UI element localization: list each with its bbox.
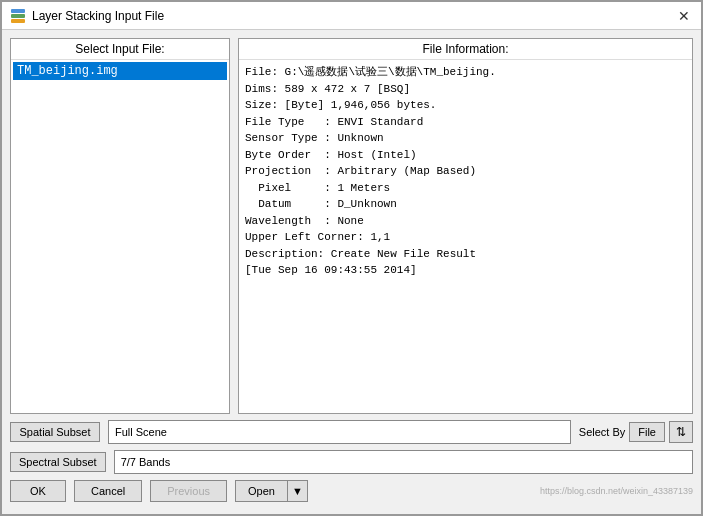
close-button[interactable]: ✕ [675,7,693,25]
file-info-text: File: G:\遥感数据\试验三\数据\TM_beijing. Dims: 5… [241,62,690,281]
open-button-container: Open ▼ [235,480,308,502]
file-item[interactable]: TM_beijing.img [13,62,227,80]
open-button[interactable]: Open [235,480,287,502]
spectral-subset-button[interactable]: Spectral Subset [10,452,106,472]
select-by-file-button[interactable]: File [629,422,665,442]
select-by-container: Select By File ⇅ [579,421,693,443]
spatial-subset-input[interactable] [108,420,571,444]
main-window: Layer Stacking Input File ✕ Select Input… [0,0,703,516]
cancel-button[interactable]: Cancel [74,480,142,502]
right-panel-label: File Information: [239,39,692,60]
spectral-subset-input[interactable] [114,450,693,474]
bottom-row: OK Cancel Previous Open ▼ https://blog.c… [10,480,693,506]
file-info-container: File: G:\遥感数据\试验三\数据\TM_beijing. Dims: 5… [239,60,692,413]
right-panel: File Information: File: G:\遥感数据\试验三\数据\T… [238,38,693,414]
select-by-label: Select By [579,426,625,438]
title-bar: Layer Stacking Input File ✕ [2,2,701,30]
spatial-subset-button[interactable]: Spatial Subset [10,422,100,442]
title-bar-left: Layer Stacking Input File [10,8,164,24]
window-icon [10,8,26,24]
svg-rect-2 [11,19,25,23]
file-list: TM_beijing.img [13,62,227,411]
spatial-subset-row: Spatial Subset Select By File ⇅ [10,420,693,444]
open-dropdown-button[interactable]: ▼ [287,480,308,502]
spectral-subset-row: Spectral Subset [10,450,693,474]
main-content: Select Input File: TM_beijing.img File I… [2,30,701,514]
ok-button[interactable]: OK [10,480,66,502]
watermark: https://blog.csdn.net/weixin_43387139 [540,486,693,496]
svg-rect-1 [11,14,25,18]
left-panel: Select Input File: TM_beijing.img [10,38,230,414]
controls-section: Spatial Subset Select By File ⇅ Spectral… [10,420,693,474]
window-title: Layer Stacking Input File [32,9,164,23]
panels-row: Select Input File: TM_beijing.img File I… [10,38,693,414]
file-list-container[interactable]: TM_beijing.img [11,60,229,413]
sort-button[interactable]: ⇅ [669,421,693,443]
left-panel-label: Select Input File: [11,39,229,60]
previous-button[interactable]: Previous [150,480,227,502]
svg-rect-0 [11,9,25,13]
